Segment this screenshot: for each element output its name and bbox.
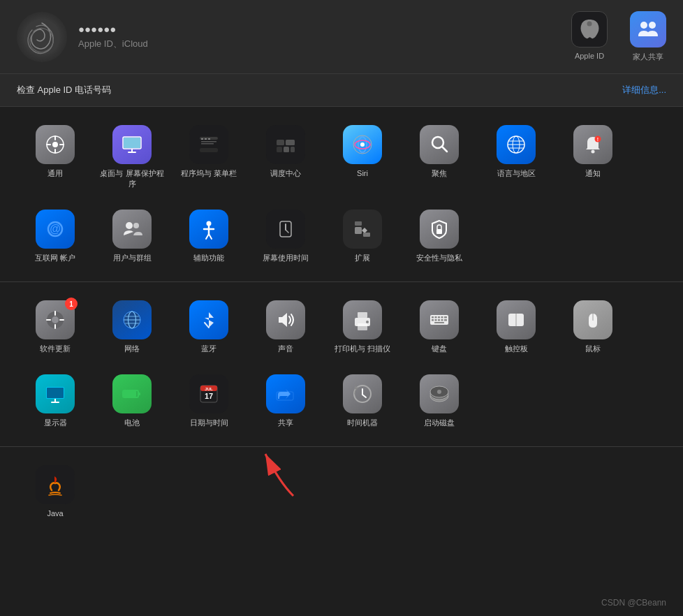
siri-icon <box>343 125 382 164</box>
grid-item-users-groups[interactable]: 用户与群组 <box>94 203 170 270</box>
svg-rect-17 <box>205 138 207 140</box>
sharing-label: 共享 <box>278 418 293 428</box>
grid-item-displays[interactable]: 显示器 <box>17 367 94 435</box>
date-time-icon: JUL17 <box>189 374 228 413</box>
security-privacy-label: 安全性与隐私 <box>416 253 462 263</box>
language-region-label: 语言与地区 <box>497 168 536 179</box>
svg-point-30 <box>360 142 365 147</box>
banner-link[interactable]: 详细信息... <box>622 84 666 96</box>
family-sharing-button[interactable]: 家人共享 <box>630 11 666 62</box>
svg-rect-56 <box>436 229 442 234</box>
grid-item-notifications[interactable]: !通知 <box>555 118 631 197</box>
svg-rect-80 <box>432 319 434 321</box>
grid-item-mission-control[interactable]: 调度中心 <box>247 118 324 197</box>
svg-rect-16 <box>201 138 203 140</box>
watermark: CSDN @CBeann <box>601 598 666 608</box>
svg-rect-81 <box>435 319 437 321</box>
grid-item-bluetooth[interactable]: 蓝牙 <box>170 293 247 361</box>
extensions-label: 扩展 <box>355 253 370 263</box>
grid-item-startup-disk[interactable]: 启动磁盘 <box>401 367 478 435</box>
spotlight-label: 聚焦 <box>432 168 447 179</box>
top-section: ●●●●●● Apple ID、iCloud Apple ID 家人共享 <box>0 0 683 74</box>
svg-rect-79 <box>444 316 447 318</box>
svg-point-0 <box>24 19 60 55</box>
grid-item-keyboard[interactable]: 键盘 <box>401 293 478 361</box>
svg-line-32 <box>442 147 447 152</box>
general-label: 通用 <box>47 168 63 179</box>
dock-menu-icon <box>189 125 228 164</box>
grid-item-accessibility[interactable]: 辅助功能 <box>170 203 247 270</box>
grid-item-date-time[interactable]: JUL17日期与时间 <box>170 367 247 435</box>
mission-control-icon <box>266 125 305 164</box>
bluetooth-label: 蓝牙 <box>201 344 216 354</box>
grid-item-printers-scanners[interactable]: 打印机与 扫描仪 <box>324 293 401 361</box>
section-2: 1软件更新网络蓝牙声音打印机与 扫描仪键盘触控板鼠标显示器电池JUL17日期与时… <box>0 282 683 447</box>
accessibility-label: 辅助功能 <box>193 253 224 263</box>
sound-icon <box>266 300 305 339</box>
grid-item-battery[interactable]: 电池 <box>94 367 170 435</box>
svg-rect-75 <box>432 316 434 318</box>
grid-item-extensions[interactable]: 扩展 <box>324 203 401 270</box>
grid-item-siri[interactable]: Siri <box>324 118 401 197</box>
grid-item-language-region[interactable]: 语言与地区 <box>478 118 555 197</box>
svg-rect-53 <box>355 227 362 234</box>
grid-item-mouse[interactable]: 鼠标 <box>555 293 631 361</box>
user-info: ●●●●●● Apple ID、iCloud <box>78 23 148 50</box>
grid-item-sharing[interactable]: 共享 <box>247 367 324 435</box>
svg-point-58 <box>52 316 59 323</box>
startup-disk-label: 启动磁盘 <box>424 418 455 428</box>
siri-label: Siri <box>357 168 368 179</box>
user-subtitle: Apple ID、iCloud <box>78 38 148 50</box>
grid-item-java[interactable]: Java <box>17 458 94 526</box>
banner: 检查 Apple ID 电话号码 详细信息... <box>0 74 683 107</box>
grid-item-spotlight[interactable]: 聚焦 <box>401 118 478 197</box>
trackpad-icon <box>497 300 536 339</box>
svg-rect-82 <box>438 319 440 321</box>
svg-rect-90 <box>47 388 64 398</box>
battery-icon <box>112 374 152 413</box>
svg-rect-71 <box>358 312 367 318</box>
keyboard-label: 键盘 <box>432 344 447 354</box>
apple-id-button[interactable]: Apple ID <box>571 11 608 62</box>
grid-item-software-update[interactable]: 1软件更新 <box>17 293 94 361</box>
sound-label: 声音 <box>278 344 293 354</box>
grid-item-network[interactable]: 网络 <box>94 293 170 361</box>
svg-rect-77 <box>438 316 440 318</box>
banner-text: 检查 Apple ID 电话号码 <box>17 84 111 96</box>
section-1-grid: 通用桌面与 屏幕保护程序程序坞与 菜单栏调度中心Siri聚焦语言与地区!通知@互… <box>17 118 666 270</box>
svg-text:@: @ <box>50 223 61 235</box>
desktop-screen-label: 桌面与 屏幕保护程序 <box>98 168 166 190</box>
grid-item-desktop-screen[interactable]: 桌面与 屏幕保护程序 <box>94 118 170 197</box>
bluetooth-icon <box>189 300 228 339</box>
svg-point-106 <box>437 390 441 394</box>
sharing-icon <box>266 374 305 413</box>
notifications-icon: ! <box>573 125 612 164</box>
battery-label: 电池 <box>124 418 140 428</box>
date-time-label: 日期与时间 <box>190 418 228 428</box>
grid-item-dock-menu[interactable]: 程序坞与 菜单栏 <box>170 118 247 197</box>
svg-line-49 <box>209 234 212 239</box>
grid-item-sound[interactable]: 声音 <box>247 293 324 361</box>
grid-item-screen-time[interactable]: 屏幕使用时间 <box>247 203 324 270</box>
avatar[interactable] <box>17 12 67 62</box>
svg-point-5 <box>52 142 58 147</box>
svg-marker-69 <box>279 313 287 327</box>
screen-time-label: 屏幕使用时间 <box>263 253 309 263</box>
printers-scanners-label: 打印机与 扫描仪 <box>335 344 390 354</box>
svg-point-1 <box>587 22 592 27</box>
apple-id-label: Apple ID <box>575 52 604 60</box>
startup-disk-icon <box>420 374 459 413</box>
svg-rect-72 <box>358 323 367 330</box>
software-update-badge: 1 <box>65 298 78 310</box>
grid-item-trackpad[interactable]: 触控板 <box>478 293 555 361</box>
svg-point-3 <box>649 22 656 29</box>
section-1: 通用桌面与 屏幕保护程序程序坞与 菜单栏调度中心Siri聚焦语言与地区!通知@互… <box>0 107 683 282</box>
grid-item-general[interactable]: 通用 <box>17 118 94 197</box>
svg-rect-23 <box>286 140 295 145</box>
grid-item-internet-accounts[interactable]: @互联网 帐户 <box>17 203 94 270</box>
grid-item-security-privacy[interactable]: 安全性与隐私 <box>401 203 478 270</box>
grid-item-time-machine[interactable]: 时间机器 <box>324 367 401 435</box>
user-profile-left: ●●●●●● Apple ID、iCloud <box>17 12 148 62</box>
family-sharing-icon <box>630 11 666 47</box>
users-groups-icon <box>112 210 152 249</box>
